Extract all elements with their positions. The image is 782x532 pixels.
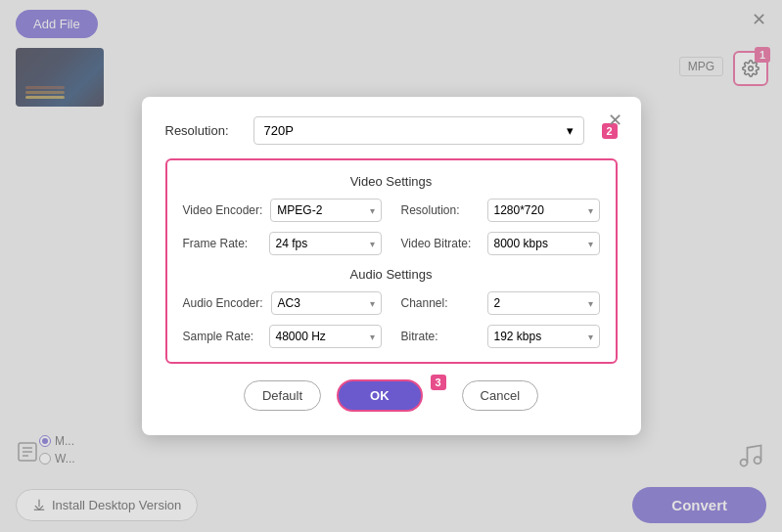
- sample-rate-row: Sample Rate: 48000 Hz ▾: [183, 325, 382, 348]
- audio-encoder-value: AC3: [278, 296, 300, 310]
- video-resolution-select[interactable]: 1280*720 ▾: [487, 199, 600, 222]
- audio-encoder-row: Audio Encoder: AC3 ▾: [183, 291, 382, 315]
- modal-actions: Default OK 3 Cancel: [165, 379, 618, 412]
- channel-value: 2: [494, 296, 501, 310]
- audio-encoder-label: Audio Encoder:: [183, 296, 263, 310]
- resolution-value: 720P: [264, 123, 294, 138]
- video-resolution-value: 1280*720: [494, 203, 544, 217]
- audio-settings-title: Audio Settings: [183, 267, 600, 282]
- channel-select[interactable]: 2 ▾: [487, 291, 600, 315]
- sample-rate-value: 48000 Hz: [276, 330, 326, 343]
- modal-close-icon[interactable]: ✕: [604, 109, 627, 132]
- app-background: Add File ✕ MPG 1 M... W...: [0, 0, 782, 532]
- audio-bitrate-row: Bitrate: 192 kbps ▾: [401, 325, 600, 348]
- chevron-down-icon: ▾: [588, 205, 593, 216]
- video-resolution-row: Resolution: 1280*720 ▾: [401, 199, 600, 222]
- resolution-row: Resolution: 720P ▾ 2: [165, 116, 618, 145]
- settings-modal: ✕ Resolution: 720P ▾ 2 Video Settings Vi…: [142, 97, 641, 435]
- audio-bitrate-select[interactable]: 192 kbps ▾: [487, 325, 600, 348]
- ok-button[interactable]: OK: [337, 379, 423, 412]
- video-encoder-select[interactable]: MPEG-2 ▾: [270, 199, 381, 222]
- audio-settings-grid: Audio Encoder: AC3 ▾ Channel: 2 ▾: [183, 291, 600, 348]
- video-bitrate-select[interactable]: 8000 kbps ▾: [487, 232, 600, 255]
- chevron-down-icon: ▾: [370, 239, 375, 249]
- channel-row: Channel: 2 ▾: [401, 291, 600, 315]
- cancel-button[interactable]: Cancel: [462, 380, 538, 411]
- frame-rate-value: 24 fps: [276, 237, 308, 250]
- resolution-select[interactable]: 720P ▾: [253, 116, 584, 145]
- chevron-down-icon: ▾: [588, 332, 593, 342]
- channel-label: Channel:: [401, 296, 480, 310]
- frame-rate-label: Frame Rate:: [183, 237, 261, 250]
- chevron-down-icon: ▾: [567, 123, 574, 138]
- video-settings-title: Video Settings: [183, 174, 600, 189]
- video-encoder-label: Video Encoder:: [183, 203, 263, 217]
- video-bitrate-row: Video Bitrate: 8000 kbps ▾: [401, 232, 600, 255]
- chevron-down-icon: ▾: [370, 205, 375, 216]
- frame-rate-row: Frame Rate: 24 fps ▾: [183, 232, 382, 255]
- video-encoder-value: MPEG-2: [277, 203, 322, 217]
- chevron-down-icon: ▾: [370, 332, 375, 342]
- default-button[interactable]: Default: [244, 380, 321, 411]
- video-encoder-row: Video Encoder: MPEG-2 ▾: [183, 199, 382, 222]
- resolution-label: Resolution:: [165, 123, 244, 138]
- video-bitrate-value: 8000 kbps: [494, 237, 548, 250]
- video-bitrate-label: Video Bitrate:: [401, 237, 480, 250]
- video-settings-grid: Video Encoder: MPEG-2 ▾ Resolution: 1280…: [183, 199, 600, 255]
- step3-badge: 3: [431, 375, 446, 390]
- audio-bitrate-label: Bitrate:: [401, 330, 480, 343]
- audio-encoder-select[interactable]: AC3 ▾: [271, 291, 382, 315]
- modal-overlay: ✕ Resolution: 720P ▾ 2 Video Settings Vi…: [0, 0, 782, 532]
- chevron-down-icon: ▾: [588, 239, 593, 249]
- settings-box: Video Settings Video Encoder: MPEG-2 ▾ R…: [165, 158, 618, 364]
- sample-rate-label: Sample Rate:: [183, 330, 261, 343]
- frame-rate-select[interactable]: 24 fps ▾: [269, 232, 382, 255]
- audio-bitrate-value: 192 kbps: [494, 330, 542, 343]
- sample-rate-select[interactable]: 48000 Hz ▾: [269, 325, 382, 348]
- chevron-down-icon: ▾: [588, 298, 593, 309]
- chevron-down-icon: ▾: [370, 298, 375, 309]
- video-resolution-label: Resolution:: [401, 203, 480, 217]
